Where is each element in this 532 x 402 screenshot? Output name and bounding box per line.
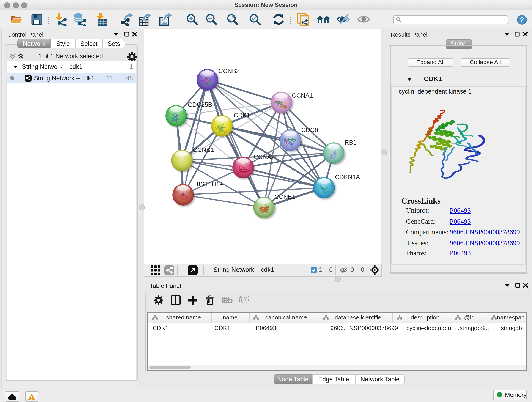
svg-text:CDC6: CDC6 <box>301 127 318 133</box>
svg-text:CDK1: CDK1 <box>234 112 250 119</box>
svg-text:CDC25B: CDC25B <box>188 101 212 108</box>
svg-text:CCNE1: CCNE1 <box>274 193 296 200</box>
svg-text:RB1: RB1 <box>345 139 357 146</box>
svg-text:CDKN1A: CDKN1A <box>335 174 360 181</box>
svg-text:CCNB1: CCNB1 <box>193 147 214 153</box>
svg-text:CCNA2: CCNA2 <box>254 153 275 160</box>
svg-text:HIST1H1A: HIST1H1A <box>194 181 224 188</box>
svg-text:CCNA1: CCNA1 <box>292 92 313 99</box>
svg-text:?: ? <box>520 16 524 23</box>
svg-text:CCNB2: CCNB2 <box>219 68 240 75</box>
